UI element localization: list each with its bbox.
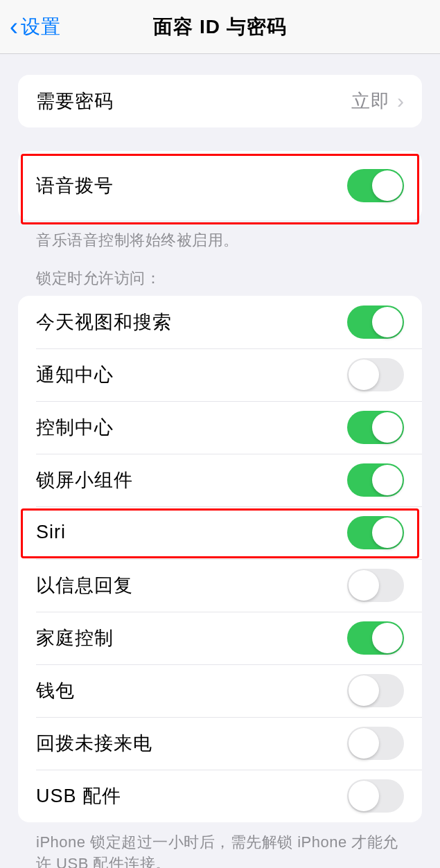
locked-access-label: USB 配件 [36,783,121,808]
locked-access-label: Siri [36,522,66,543]
voice-dial-label: 语音拨号 [36,173,114,198]
locked-access-toggle[interactable] [347,779,404,813]
locked-access-row: 锁屏小组件 [18,454,422,506]
navigation-bar: ‹ 设置 面容 ID 与密码 [0,0,440,54]
locked-access-toggle[interactable] [347,727,404,760]
locked-access-footer: iPhone 锁定超过一小时后，需先解锁 iPhone 才能允许 USB 配件连… [0,822,440,868]
require-passcode-row[interactable]: 需要密码 立即 › [18,75,422,127]
locked-access-row: 以信息回复 [18,559,422,612]
voice-dial-group: 语音拨号 [18,151,422,220]
require-passcode-value: 立即 [351,89,390,114]
locked-access-toggle[interactable] [347,621,404,655]
locked-access-label: 控制中心 [36,415,114,440]
locked-access-row: USB 配件 [18,770,422,822]
locked-access-toggle[interactable] [347,358,404,391]
locked-access-label: 通知中心 [36,362,114,387]
locked-access-row: 钱包 [18,664,422,717]
locked-access-label: 钱包 [36,678,75,703]
locked-access-row: 回拨未接来电 [18,717,422,770]
back-label: 设置 [21,14,61,40]
content: 需要密码 立即 › 语音拨号 音乐语音控制将始终被启用。 锁定时允许访问： 今天… [0,54,440,868]
require-passcode-label: 需要密码 [36,89,114,114]
page-title: 面容 ID 与密码 [153,14,287,40]
chevron-left-icon: ‹ [10,15,18,39]
row-right: 立即 › [351,89,404,114]
locked-access-toggle[interactable] [347,674,404,707]
locked-access-row: 控制中心 [18,401,422,454]
locked-access-toggle[interactable] [347,569,404,602]
locked-access-toggle[interactable] [347,411,404,444]
locked-access-group: 今天视图和搜索通知中心控制中心锁屏小组件Siri以信息回复家庭控制钱包回拨未接来… [18,296,422,822]
locked-access-label: 家庭控制 [36,626,114,650]
require-passcode-group: 需要密码 立即 › [18,75,422,127]
locked-access-toggle[interactable] [347,516,404,549]
locked-access-label: 回拨未接来电 [36,731,152,756]
locked-access-label: 今天视图和搜索 [36,310,172,335]
locked-access-toggle[interactable] [347,305,404,339]
back-button[interactable]: ‹ 设置 [0,14,61,40]
voice-dial-footer: 音乐语音控制将始终被启用。 [0,220,440,251]
chevron-right-icon: › [397,89,404,113]
voice-dial-row: 语音拨号 [18,159,422,212]
locked-access-label: 以信息回复 [36,573,133,598]
locked-access-row: Siri [18,506,422,559]
locked-access-row: 今天视图和搜索 [18,296,422,348]
locked-access-toggle[interactable] [347,463,404,497]
locked-access-row: 通知中心 [18,348,422,401]
locked-access-label: 锁屏小组件 [36,468,133,493]
locked-access-header: 锁定时允许访问： [0,268,440,296]
voice-dial-toggle[interactable] [347,169,404,202]
locked-access-row: 家庭控制 [18,612,422,664]
